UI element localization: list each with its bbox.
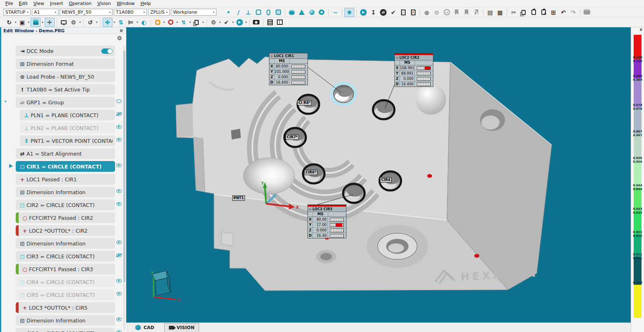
eye-off-icon[interactable] (116, 112, 122, 116)
clear-breakpoints-icon[interactable]: ⊘ (432, 8, 441, 17)
item-dimension-information-3[interactable]: ⊡Dimension Information (16, 315, 115, 326)
item-dimension-information-2[interactable]: ⊡Dimension Information (16, 238, 115, 249)
item-fcfcirty1[interactable]: ○FCFCIRTY1 Passed : CIR3 (16, 264, 115, 274)
document-check-icon[interactable]: ✓ (399, 8, 408, 17)
item-cir4[interactable]: ◻CIR4 = CIRCLE (CONTACT) (16, 277, 115, 287)
cad-viewport[interactable]: Y X Y X HEXAGON CI R8*CIR7*CIR6*CIR4PNT1 (126, 27, 631, 332)
visibility-circle-icon[interactable] (116, 99, 122, 103)
center-boss-feature[interactable] (367, 225, 428, 268)
view-orientations-icon[interactable]: ✤ (103, 18, 113, 27)
cylinder-feature-icon[interactable] (287, 8, 296, 17)
wireframe-view-icon-caret[interactable]: ▾ (28, 21, 30, 24)
continue-execution-icon[interactable]: → (442, 8, 451, 17)
item-loc2[interactable]: +LOC2 *OUTTOL* : CIR2 (16, 225, 115, 236)
eye-icon[interactable] (116, 189, 122, 193)
document-cancel-icon[interactable]: ✗ (409, 8, 418, 17)
eye-icon[interactable] (116, 202, 122, 206)
circle-feature-icon[interactable] (254, 8, 263, 17)
active-tip-dropdown[interactable]: T1A0B0▾ (114, 9, 147, 16)
item-grp1-group[interactable]: ▱GRP1 = Group (16, 97, 115, 108)
measurement-strategy-icon[interactable]: ⚙ (209, 18, 218, 26)
insert-bookmark-icon[interactable] (462, 8, 471, 17)
mark-features-icon-caret[interactable]: ▾ (232, 21, 234, 24)
gdt-circle-icon-caret[interactable]: ▾ (176, 21, 178, 24)
measurement-strategy-icon-caret[interactable]: ▾ (219, 21, 221, 24)
label-cir7[interactable]: CIR7* (286, 135, 299, 140)
undo-icon[interactable]: ↶ (559, 8, 568, 17)
cone-feature-icon[interactable] (297, 8, 306, 17)
menu-window[interactable]: Window (114, 0, 137, 7)
cad-window-icon[interactable] (153, 18, 162, 26)
print-icon[interactable] (582, 8, 591, 17)
plane-feature-icon[interactable]: ⊥ (244, 8, 253, 17)
item-loc1[interactable]: +LOC1 Passed : CIR1 (16, 174, 115, 185)
view-orientations-icon-caret[interactable]: ▾ (114, 21, 115, 24)
item-dimension-format[interactable]: ⊞Dimension Format (16, 58, 115, 69)
rotate-view-icon-caret[interactable]: ▾ (15, 21, 17, 24)
menu-insert[interactable]: Insert (47, 0, 66, 7)
cad-3d-scene[interactable]: Y X Y X HEXAGON (126, 27, 631, 332)
item-cir6[interactable]: ◻CIR6 = CIRCLE (CONTACT) (16, 328, 115, 332)
counterbore-hole[interactable] (316, 250, 336, 263)
callout-loc1-cir1[interactable]: +LOC1 CIR1MSX80.000Y101.000Z0.000D16.400 (269, 53, 308, 85)
item-pnt1[interactable]: ↕PNT1 = VECTOR POINT (CONTACT) (20, 135, 115, 146)
breakpoint-icon[interactable]: ● (422, 8, 431, 17)
edit-window-mode-icon[interactable]: ▤ (485, 8, 495, 17)
eye-icon[interactable] (116, 330, 122, 332)
square-slot-feature-icon[interactable] (274, 8, 283, 17)
label-cir4[interactable]: CIR4 (380, 177, 392, 183)
right-face-pocket[interactable] (480, 109, 505, 131)
eye-icon[interactable] (116, 164, 122, 167)
solid-view-icon-caret[interactable]: ▾ (42, 21, 43, 24)
pattern-icon[interactable]: ⊞ (549, 8, 558, 17)
optimization-gears-icon[interactable]: ⚙ (69, 18, 78, 26)
curve-feature-icon[interactable]: ~ (331, 8, 340, 17)
close-icon[interactable]: × (119, 28, 126, 34)
copy-pattern-icon[interactable] (192, 18, 201, 26)
settings-gear-icon[interactable]: ⚙ (117, 35, 122, 41)
label-pnt1[interactable]: PNT1 (232, 195, 245, 201)
item-cir3[interactable]: ◻CIR3 = CIRCLE (CONTACT) (16, 251, 115, 262)
quick-feature-icon-caret[interactable]: ▾ (190, 21, 191, 24)
menu-operation[interactable]: Operation (66, 0, 94, 7)
report-graph-icon[interactable] (275, 18, 284, 26)
item-pln1[interactable]: ⊥PLN1 = PLANE (CONTACT) (20, 110, 115, 120)
paste-icon[interactable] (529, 8, 538, 17)
tab-cad[interactable]: CAD (131, 323, 159, 332)
copy-pattern-icon-caret[interactable]: ▾ (202, 21, 204, 24)
dcc-mode-toggle[interactable] (101, 48, 113, 54)
eye-icon[interactable] (116, 125, 122, 129)
callout-loc2-cir2[interactable]: +LOC2 CIR2MSX108.991Y88.991Z0.000D16.400 (394, 53, 433, 87)
view-orientation-cube[interactable]: Y X (151, 271, 180, 302)
quick-feature-icon[interactable]: ↯ (179, 18, 188, 26)
comment-icon[interactable] (59, 18, 68, 26)
gdt-circle-icon[interactable] (166, 18, 175, 26)
eye-off-icon[interactable] (116, 253, 122, 257)
item-pln2[interactable]: ⊥PLN2 = PLANE (CONTACT) (20, 123, 115, 133)
sphere-feature-icon[interactable] (307, 8, 316, 17)
item-a1-start-alignment[interactable]: ⇄A1 = Start Alignment (16, 148, 115, 159)
scale-close-icon[interactable]: × (639, 27, 643, 32)
auto-feature-icon[interactable]: ✱ (344, 8, 354, 17)
execution-loop-icon[interactable]: ⇄ (379, 8, 388, 17)
pan-view-icon[interactable]: ✛ (45, 18, 55, 27)
hole-cir2[interactable] (373, 100, 394, 119)
part-body[interactable] (176, 57, 552, 291)
execute-icon[interactable]: ▶ (235, 18, 244, 26)
globe-view-icon[interactable]: ◐ (139, 18, 149, 26)
line-feature-icon[interactable]: / (234, 8, 243, 17)
torus-feature-icon[interactable] (317, 8, 326, 17)
item-fcfcirty2[interactable]: ○FCFCIRTY2 Passed : CIR2 (16, 212, 115, 223)
item-loc3[interactable]: +LOC3 *OUTTOL* : CIR5 (16, 302, 115, 313)
cut-icon[interactable]: ✂ (509, 8, 518, 17)
view-mode-dropdown[interactable]: Workplane▾ (171, 9, 216, 16)
mark-features-icon[interactable]: ✔ (222, 18, 231, 26)
menu-file[interactable]: File (2, 0, 16, 7)
probe-file-dropdown[interactable]: NEW5_BY_50▾ (60, 9, 113, 16)
item-load-probe[interactable]: ⊙Load Probe - NEW5_BY_50 (16, 71, 115, 82)
label-cir8[interactable]: CI R8* (297, 100, 312, 106)
tab-vision[interactable]: VISION (164, 323, 199, 332)
rotate-2d-icon[interactable]: ↺ (86, 18, 95, 26)
optimization-gears-icon-caret[interactable]: ▾ (79, 21, 81, 24)
redo-icon[interactable]: ↷ (569, 8, 578, 17)
